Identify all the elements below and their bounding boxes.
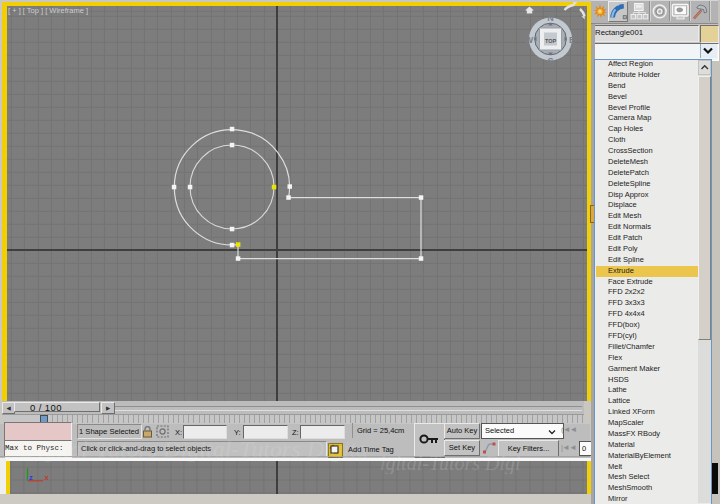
svg-text:E: E	[569, 35, 575, 45]
svg-text:TOP: TOP	[545, 38, 557, 44]
svg-text:x: x	[45, 473, 50, 482]
svg-text:N: N	[547, 13, 554, 23]
svg-text:W: W	[525, 35, 534, 45]
svg-text:z: z	[29, 473, 33, 482]
svg-text:S: S	[547, 56, 553, 66]
